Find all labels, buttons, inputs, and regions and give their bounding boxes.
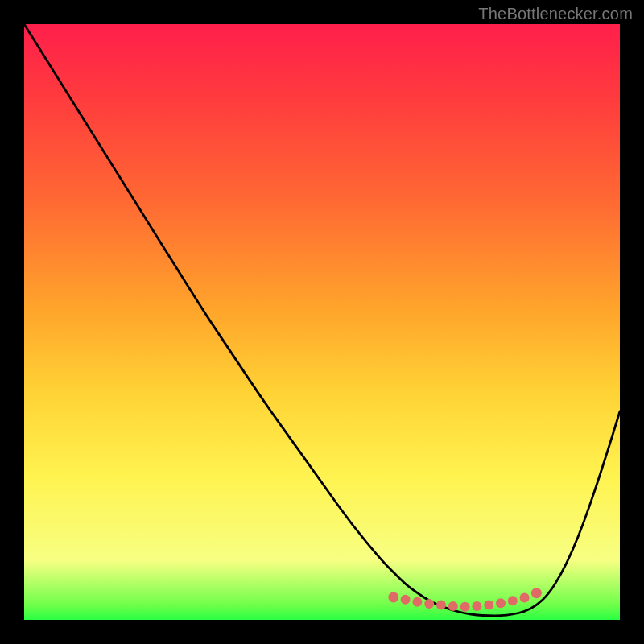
bead [531, 588, 542, 598]
bead [520, 593, 530, 603]
bead [424, 599, 434, 609]
source-label: TheBottlenecker.com [478, 5, 633, 23]
bead [448, 601, 458, 611]
bead [496, 598, 506, 608]
bead [401, 595, 411, 605]
curve-path [24, 24, 620, 616]
bead [412, 597, 422, 607]
bottleneck-curve [24, 24, 620, 620]
bead [484, 601, 493, 610]
bead [388, 592, 398, 602]
bead [436, 601, 446, 610]
bead [472, 601, 481, 611]
chart-frame: TheBottlenecker.com [0, 0, 644, 644]
bead [508, 596, 518, 605]
bead-cluster [388, 588, 542, 612]
plot-area [24, 24, 620, 620]
bead [460, 602, 470, 612]
